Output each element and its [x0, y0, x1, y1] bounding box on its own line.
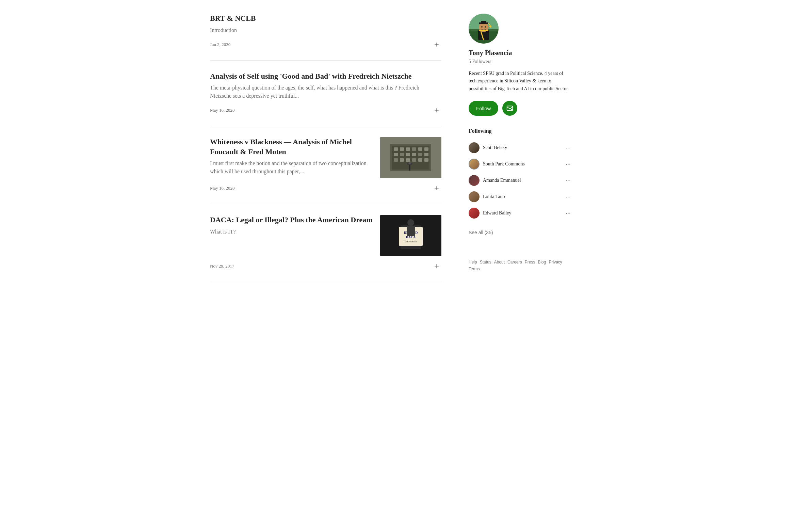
- svg-rect-47: [481, 21, 486, 23]
- following-more-button[interactable]: ···: [566, 210, 571, 217]
- following-avatar: [469, 191, 479, 202]
- profile-actions: Follow: [469, 101, 571, 116]
- following-more-button[interactable]: ···: [566, 161, 571, 168]
- article-item: DACA: Legal or Illegal? Plus the America…: [210, 204, 441, 282]
- article-meta: Nov 29, 2017: [210, 261, 441, 271]
- article-meta: May 16, 2020: [210, 184, 441, 193]
- avatar-image: [469, 14, 498, 44]
- footer-link[interactable]: Terms: [469, 267, 480, 271]
- article-subtitle: What is IT?: [210, 228, 373, 236]
- following-item-left: South Park Commons: [469, 159, 525, 170]
- article-title[interactable]: BRT & NCLB: [210, 14, 441, 24]
- article-item: Whiteness v Blackness — Analysis of Mich…: [210, 126, 441, 204]
- following-avatar: [469, 175, 479, 186]
- footer-link[interactable]: Help: [469, 260, 477, 264]
- article-meta: Jun 2, 2020: [210, 40, 441, 49]
- add-to-list-button[interactable]: [432, 184, 441, 193]
- svg-rect-9: [406, 147, 410, 151]
- svg-point-52: [481, 26, 482, 28]
- following-item-left: Scott Belsky: [469, 142, 507, 153]
- svg-rect-23: [418, 158, 422, 162]
- following-item-left: Edward Bailey: [469, 208, 511, 218]
- article-meta: May 16, 2020: [210, 105, 441, 115]
- article-thumbnail: [380, 137, 441, 178]
- svg-point-49: [489, 26, 491, 28]
- svg-point-53: [484, 26, 486, 28]
- svg-rect-22: [412, 158, 416, 162]
- article-date: Jun 2, 2020: [210, 42, 230, 47]
- article-thumbnail: DEFEND DACA KEEP Families: [380, 215, 441, 256]
- footer-link[interactable]: Careers: [507, 260, 522, 264]
- following-item-left: Lolita Taub: [469, 191, 505, 202]
- svg-rect-19: [394, 158, 398, 162]
- follow-button[interactable]: Follow: [469, 101, 498, 116]
- following-item: Amanda Emmanuel ···: [469, 172, 571, 189]
- article-subtitle: Introduction: [210, 26, 441, 34]
- footer-link[interactable]: Blog: [538, 260, 546, 264]
- article-text: BRT & NCLB Introduction: [210, 14, 441, 34]
- article-text: Analysis of Self using 'Good and Bad' wi…: [210, 71, 441, 100]
- svg-rect-16: [412, 153, 416, 156]
- following-item: Scott Belsky ···: [469, 140, 571, 156]
- svg-rect-20: [400, 158, 404, 162]
- followers-count: 5 Followers: [469, 59, 571, 65]
- footer-link[interactable]: Press: [525, 260, 535, 264]
- article-text: Whiteness v Blackness — Analysis of Mich…: [210, 137, 373, 176]
- svg-rect-13: [394, 153, 398, 156]
- following-avatar: [469, 142, 479, 153]
- svg-rect-14: [400, 153, 404, 156]
- following-more-button[interactable]: ···: [566, 177, 571, 184]
- avatar: [469, 14, 498, 44]
- svg-rect-11: [418, 147, 422, 151]
- article-date: May 16, 2020: [210, 108, 235, 113]
- svg-point-36: [407, 219, 414, 226]
- following-more-button[interactable]: ···: [566, 194, 571, 200]
- article-title[interactable]: Whiteness v Blackness — Analysis of Mich…: [210, 137, 373, 157]
- add-to-list-button[interactable]: [432, 40, 441, 49]
- footer-link[interactable]: Status: [480, 260, 491, 264]
- svg-rect-18: [424, 153, 429, 156]
- following-name[interactable]: Scott Belsky: [483, 145, 507, 151]
- article-item: BRT & NCLB Introduction Jun 2, 2020: [210, 14, 441, 61]
- svg-rect-24: [424, 158, 429, 162]
- see-all-button[interactable]: See all (35): [469, 230, 493, 235]
- profile-bio: Recent SFSU grad in Political Science. 4…: [469, 70, 571, 92]
- svg-rect-21: [406, 158, 410, 162]
- following-title: Following: [469, 128, 571, 134]
- subscribe-button[interactable]: [502, 101, 517, 116]
- profile-name: Tony Plasencia: [469, 49, 571, 57]
- svg-rect-15: [406, 153, 410, 156]
- article-date: May 16, 2020: [210, 186, 235, 191]
- following-avatar: [469, 208, 479, 218]
- svg-rect-10: [412, 147, 416, 151]
- article-title[interactable]: Analysis of Self using 'Good and Bad' wi…: [210, 71, 441, 81]
- article-subtitle: I must first make the notion and the sep…: [210, 159, 373, 176]
- following-name[interactable]: South Park Commons: [483, 161, 525, 167]
- following-item: Lolita Taub ···: [469, 189, 571, 205]
- following-name[interactable]: Amanda Emmanuel: [483, 178, 521, 183]
- following-item-left: Amanda Emmanuel: [469, 175, 521, 186]
- footer-link[interactable]: Privacy: [549, 260, 562, 264]
- svg-rect-7: [394, 147, 398, 151]
- svg-rect-17: [418, 153, 422, 156]
- article-date: Nov 29, 2017: [210, 263, 234, 269]
- following-item: Edward Bailey ···: [469, 205, 571, 221]
- article-body: Whiteness v Blackness — Analysis of Mich…: [210, 137, 441, 178]
- add-to-list-button[interactable]: [432, 261, 441, 271]
- article-item: Analysis of Self using 'Good and Bad' wi…: [210, 61, 441, 127]
- sidebar: Tony Plasencia 5 Followers Recent SFSU g…: [469, 14, 571, 282]
- following-name[interactable]: Edward Bailey: [483, 210, 511, 216]
- article-title[interactable]: DACA: Legal or Illegal? Plus the America…: [210, 215, 373, 225]
- footer-links: HelpStatusAboutCareersPressBlogPrivacyTe…: [469, 260, 571, 271]
- page-layout: BRT & NCLB Introduction Jun 2, 2020 Anal…: [202, 0, 610, 296]
- article-subtitle: The meta-physical question of the ages, …: [210, 84, 441, 100]
- article-text: DACA: Legal or Illegal? Plus the America…: [210, 215, 373, 236]
- footer-link[interactable]: About: [494, 260, 505, 264]
- add-to-list-button[interactable]: [432, 105, 441, 115]
- svg-rect-8: [400, 147, 404, 151]
- article-body: DACA: Legal or Illegal? Plus the America…: [210, 215, 441, 256]
- following-section: Following Scott Belsky ··· South Park Co…: [469, 128, 571, 221]
- following-name[interactable]: Lolita Taub: [483, 194, 505, 199]
- following-more-button[interactable]: ···: [566, 144, 571, 152]
- following-item: South Park Commons ···: [469, 156, 571, 172]
